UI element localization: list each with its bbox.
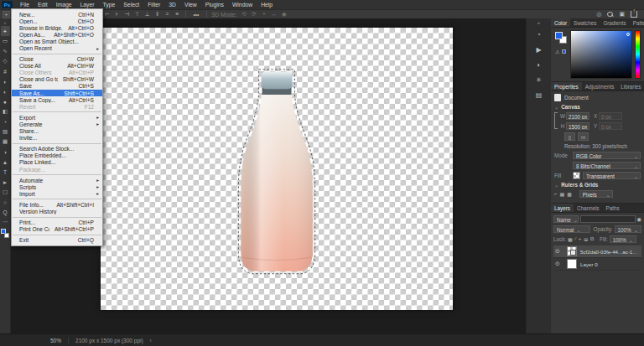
adjustments-panel-icon[interactable]: ✳ bbox=[532, 73, 547, 86]
panel-tab[interactable]: Layers bbox=[551, 204, 574, 212]
dock-collapse-icon[interactable]: « bbox=[538, 20, 540, 28]
menubar-item[interactable]: Window bbox=[228, 0, 257, 9]
file-menu-item[interactable] bbox=[13, 217, 101, 218]
file-menu-item[interactable] bbox=[13, 111, 101, 112]
file-menu-item[interactable]: Open Recent ▸ bbox=[12, 44, 102, 51]
search-icon[interactable] bbox=[607, 12, 613, 18]
color-picker-handle[interactable] bbox=[626, 33, 630, 36]
pen-tool[interactable]: ▲ bbox=[1, 157, 10, 167]
file-menu-item[interactable]: Open as Smart Object... bbox=[12, 38, 102, 44]
file-menu-item[interactable]: New... Ctrl+N bbox=[12, 11, 102, 18]
blend-mode-select[interactable]: Normal bbox=[553, 225, 590, 233]
shape-tool[interactable]: ▢ bbox=[1, 187, 10, 197]
panel-tab[interactable]: Paths bbox=[603, 204, 623, 212]
height-field[interactable]: 1500 px bbox=[566, 122, 589, 130]
quick-selection-tool[interactable]: ◇ bbox=[1, 56, 10, 66]
rulers-grids-section-header[interactable]: Rulers & Grids bbox=[554, 182, 641, 188]
y-field[interactable]: 0 px bbox=[599, 122, 622, 130]
color-mode-select[interactable]: RGB Color bbox=[573, 152, 641, 159]
portrait-orientation-button[interactable]: ▯ bbox=[564, 132, 575, 141]
layer-thumbnail[interactable] bbox=[567, 246, 577, 256]
panel-tab[interactable]: Adjustments bbox=[582, 82, 618, 90]
file-menu-item[interactable]: Print... Ctrl+P bbox=[12, 219, 102, 226]
units-select[interactable]: Pixels bbox=[579, 190, 613, 198]
background-color-swatch[interactable] bbox=[4, 233, 9, 238]
file-menu-item[interactable]: Generate ▸ bbox=[12, 121, 102, 127]
file-menu-item[interactable]: Package... bbox=[12, 166, 102, 173]
bit-depth-select[interactable]: 8 Bits/Channel bbox=[573, 162, 641, 169]
layer-row[interactable]: ⊙ 5cf2da0-03fe-44...ac-1b0703fa9f53 bbox=[553, 245, 641, 258]
layer-visibility-icon[interactable]: ⊙ bbox=[555, 248, 564, 255]
file-menu-item[interactable]: Close and Go to Bridge... Shift+Ctrl+W bbox=[12, 76, 102, 83]
history-panel-icon[interactable]: ◔ bbox=[532, 28, 547, 41]
lock-artboard-icon[interactable]: ⊞ bbox=[584, 236, 588, 242]
panel-tab[interactable]: Patterns bbox=[630, 18, 644, 27]
file-menu-item[interactable]: Place Embedded... bbox=[12, 152, 102, 159]
link-dimensions-icon[interactable] bbox=[554, 112, 558, 129]
x-field[interactable]: 0 px bbox=[599, 112, 622, 120]
file-menu-item[interactable]: Import ▸ bbox=[12, 190, 102, 197]
fill-select[interactable]: Transparent bbox=[583, 172, 641, 179]
layer-filter-toggle-icon[interactable]: ◉ bbox=[637, 216, 642, 222]
lock-position-icon[interactable]: + bbox=[579, 236, 582, 242]
grid-icon[interactable]: ▦ bbox=[560, 191, 565, 197]
menubar-item[interactable]: View bbox=[180, 0, 201, 9]
lasso-tool[interactable]: ∿ bbox=[1, 46, 10, 56]
distribute-vertical-icon[interactable]: = bbox=[164, 11, 171, 18]
hue-slider[interactable] bbox=[635, 30, 641, 79]
panel-tab[interactable]: Channels bbox=[574, 204, 603, 212]
layer-filter-input[interactable] bbox=[580, 215, 636, 223]
file-menu-item[interactable]: Scripts ▸ bbox=[12, 183, 102, 190]
path-selection-tool[interactable]: ► bbox=[1, 177, 10, 187]
more-tools[interactable]: ⋯ bbox=[1, 217, 10, 227]
file-menu-item[interactable]: Invite... bbox=[12, 135, 102, 142]
actions-panel-icon[interactable]: ▶ bbox=[532, 43, 547, 56]
landscape-orientation-button[interactable]: ▭ bbox=[578, 132, 589, 141]
file-menu-item[interactable]: Close All Alt+Ctrl+W bbox=[12, 63, 102, 70]
saturation-brightness-picker[interactable] bbox=[570, 30, 632, 79]
layer-row[interactable]: ⊙ Layer 0 bbox=[553, 258, 641, 271]
file-menu-item[interactable]: Print One Copy Alt+Shift+Ctrl+P bbox=[12, 226, 102, 233]
file-menu-item[interactable]: Save Ctrl+S bbox=[12, 83, 102, 90]
brush-tool[interactable]: ● bbox=[1, 96, 10, 106]
file-menu-item[interactable]: Open... Ctrl+O bbox=[12, 18, 102, 24]
toolbar-collapse-icon[interactable]: » bbox=[4, 20, 7, 26]
align-middle-icon[interactable]: ⊥ bbox=[143, 11, 151, 18]
file-menu-item[interactable]: Revert F12 bbox=[12, 103, 102, 110]
opacity-select[interactable]: 100% bbox=[615, 225, 641, 233]
pixel-grid-icon[interactable]: ▩ bbox=[567, 191, 572, 197]
foreground-background-swatches[interactable] bbox=[1, 229, 9, 238]
file-menu-item[interactable]: Export ▸ bbox=[12, 114, 102, 121]
panel-tab[interactable]: Color bbox=[551, 18, 570, 27]
lock-transparency-icon[interactable]: ▦ bbox=[568, 236, 573, 242]
hand-tool[interactable]: ○ bbox=[1, 197, 10, 207]
comments-panel-icon[interactable]: ◗ bbox=[532, 58, 547, 71]
file-menu-item[interactable] bbox=[13, 174, 101, 175]
fill-swatch[interactable] bbox=[573, 172, 580, 179]
zoom-level-field[interactable]: 50% bbox=[50, 338, 69, 343]
file-menu-item[interactable]: Close Ctrl+W bbox=[12, 56, 102, 63]
distribute-spacing-icon[interactable]: ≡ bbox=[174, 11, 181, 18]
layer-visibility-icon[interactable]: ⊙ bbox=[555, 261, 564, 267]
width-field[interactable]: 2100 px bbox=[566, 112, 589, 120]
layer-fill-select[interactable]: 100% bbox=[610, 235, 636, 243]
file-menu-item[interactable]: Automate ▸ bbox=[12, 177, 102, 183]
export-panel-icon[interactable]: ▤ bbox=[532, 88, 547, 101]
file-menu-item[interactable] bbox=[13, 143, 101, 144]
align-left-icon[interactable]: ⊢ bbox=[103, 11, 111, 18]
align-center-horizontal-icon[interactable]: ⊦ bbox=[113, 11, 121, 18]
eraser-tool[interactable]: ▨ bbox=[1, 127, 10, 137]
file-menu-item[interactable]: Open As... Alt+Shift+Ctrl+O bbox=[12, 31, 102, 38]
status-menu-arrow-icon[interactable]: › bbox=[150, 338, 152, 343]
file-menu-item[interactable]: Search Adobe Stock... bbox=[12, 146, 102, 152]
panel-tab[interactable]: Gradients bbox=[600, 18, 629, 27]
gamut-warning-icon[interactable]: ⚠ bbox=[555, 49, 559, 54]
menubar-item[interactable]: Help bbox=[257, 0, 277, 9]
menubar-item[interactable]: Filter bbox=[143, 0, 164, 9]
lock-all-icon[interactable]: ◘ bbox=[590, 236, 594, 242]
clone-stamp-tool[interactable]: ◧ bbox=[1, 106, 10, 116]
gradient-tool[interactable]: ▦ bbox=[1, 137, 10, 147]
file-menu-item[interactable] bbox=[13, 54, 101, 54]
document-canvas[interactable] bbox=[101, 28, 453, 310]
file-menu-item[interactable] bbox=[13, 235, 101, 235]
